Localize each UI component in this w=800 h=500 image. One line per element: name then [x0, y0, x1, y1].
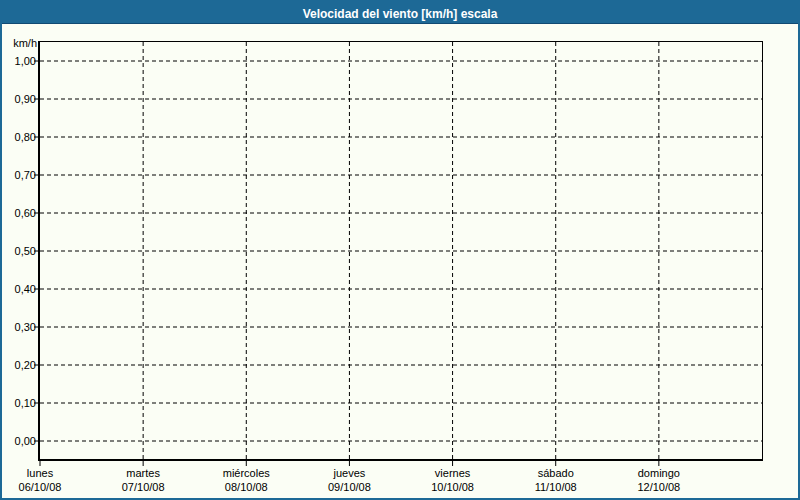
- y-tick-label: 0,60: [2, 206, 36, 220]
- chart-window: Velocidad del viento [km/h] escala km/h …: [0, 0, 800, 500]
- x-tick-date: 08/10/08: [191, 480, 301, 494]
- x-tick-date: 10/10/08: [398, 480, 508, 494]
- x-tick-day: sábado: [501, 466, 611, 480]
- y-tick-label: 0,80: [2, 130, 36, 144]
- chart-title: Velocidad del viento [km/h] escala: [303, 7, 498, 21]
- y-tick-label: 0,70: [2, 168, 36, 182]
- x-tick-day: miércoles: [191, 466, 301, 480]
- x-tick-day: viernes: [398, 466, 508, 480]
- y-tick-label: 0,30: [2, 320, 36, 334]
- x-tick-label: lunes06/10/08: [0, 466, 95, 494]
- x-tick-day: martes: [88, 466, 198, 480]
- x-tick-label: jueves09/10/08: [294, 466, 404, 494]
- x-tick-label: martes07/10/08: [88, 466, 198, 494]
- x-tick-date: 12/10/08: [604, 480, 714, 494]
- x-tick-label: miércoles08/10/08: [191, 466, 301, 494]
- x-tick-date: 11/10/08: [501, 480, 611, 494]
- y-tick-label: 0,40: [2, 282, 36, 296]
- y-tick-label: 0,20: [2, 358, 36, 372]
- x-tick-label: viernes10/10/08: [398, 466, 508, 494]
- x-tick-day: lunes: [0, 466, 95, 480]
- plot-area: [38, 41, 763, 461]
- title-bar: Velocidad del viento [km/h] escala: [2, 2, 798, 24]
- x-tick-label: sábado11/10/08: [501, 466, 611, 494]
- x-tick-date: 09/10/08: [294, 480, 404, 494]
- x-tick-day: jueves: [294, 466, 404, 480]
- x-tick-date: 06/10/08: [0, 480, 95, 494]
- y-tick-label: 1,00: [2, 54, 36, 68]
- y-axis-unit-label: km/h: [2, 37, 37, 50]
- y-tick-label: 0,10: [2, 396, 36, 410]
- y-tick-label: 0,00: [2, 434, 36, 448]
- y-tick-label: 0,50: [2, 244, 36, 258]
- x-tick-date: 07/10/08: [88, 480, 198, 494]
- y-tick-label: 0,90: [2, 92, 36, 106]
- x-tick-day: domingo: [604, 466, 714, 480]
- x-tick-label: domingo12/10/08: [604, 466, 714, 494]
